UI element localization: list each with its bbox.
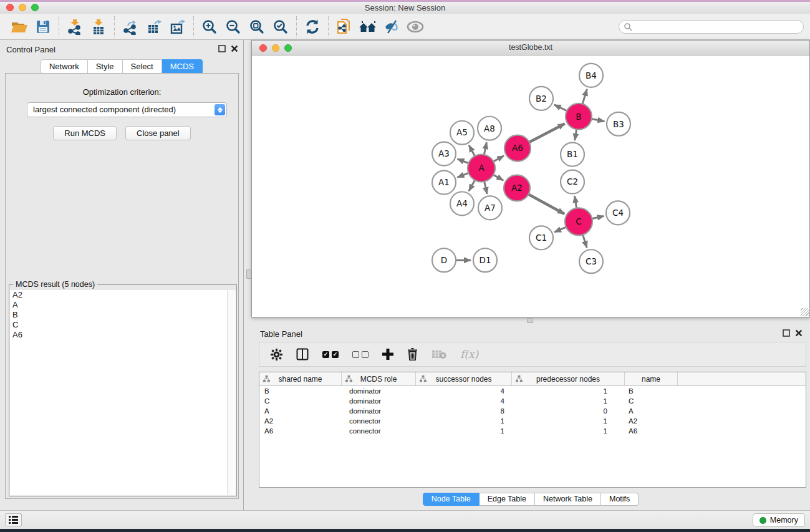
node-B[interactable]: B xyxy=(566,104,592,130)
table-cell[interactable]: dominator xyxy=(342,407,416,415)
table-cell[interactable]: 1 xyxy=(416,417,512,425)
close-panel-icon[interactable] xyxy=(795,329,803,337)
node-C3[interactable]: C3 xyxy=(579,249,603,273)
table-cell[interactable]: 4 xyxy=(416,387,512,395)
table-cell[interactable]: A xyxy=(625,407,678,415)
tab-node-table[interactable]: Node Table xyxy=(423,493,480,506)
table-cell[interactable]: A2 xyxy=(259,417,342,425)
hide-graphics-details-button[interactable] xyxy=(380,16,403,38)
node-B4[interactable]: B4 xyxy=(579,64,603,87)
table-row[interactable]: A6connector11A6 xyxy=(259,426,806,436)
column-header-successor-nodes[interactable]: successor nodes xyxy=(416,372,512,385)
open-session-button[interactable] xyxy=(7,16,31,38)
node-D1[interactable]: D1 xyxy=(473,248,497,272)
clone-network-button[interactable] xyxy=(332,16,356,38)
create-column-button[interactable] xyxy=(382,349,393,360)
vertical-scrollbar-thumb[interactable] xyxy=(246,269,251,279)
node-B3[interactable]: B3 xyxy=(607,112,630,136)
memory-button[interactable]: Memory xyxy=(753,513,805,527)
edge-C-C4[interactable] xyxy=(591,216,604,219)
node-B1[interactable]: B1 xyxy=(561,143,584,167)
column-header-shared-name[interactable]: shared name xyxy=(259,372,342,385)
node-A2[interactable]: A2 xyxy=(504,175,530,201)
table-cell[interactable]: A6 xyxy=(625,427,678,435)
column-header-predecessor-nodes[interactable]: predecessor nodes xyxy=(512,372,625,385)
export-table-button[interactable] xyxy=(142,16,166,38)
table-cell[interactable]: C xyxy=(259,397,342,405)
table-cell[interactable]: 1 xyxy=(512,427,625,435)
home-button[interactable] xyxy=(356,16,380,38)
table-cell[interactable]: 0 xyxy=(512,407,625,415)
node-C4[interactable]: C4 xyxy=(606,201,630,225)
tab-select[interactable]: Select xyxy=(123,59,162,74)
zoom-out-button[interactable] xyxy=(221,16,245,38)
table-cell[interactable]: 8 xyxy=(416,407,512,415)
node-A8[interactable]: A8 xyxy=(478,117,501,140)
birds-eye-button[interactable] xyxy=(403,16,427,38)
export-image-button[interactable] xyxy=(166,16,190,38)
table-cell[interactable]: 1 xyxy=(512,387,625,395)
result-list-item[interactable]: A2 xyxy=(10,290,227,300)
edge-C-C2[interactable] xyxy=(575,196,577,209)
node-C[interactable]: C xyxy=(565,208,592,235)
table-cell[interactable]: connector xyxy=(342,427,416,435)
column-header-MCDS-role[interactable]: MCDS role xyxy=(342,372,416,385)
result-list-item[interactable]: B xyxy=(10,310,227,320)
edge-A6-B[interactable] xyxy=(528,123,565,143)
close-panel-icon[interactable] xyxy=(231,45,238,52)
column-header-name[interactable]: name xyxy=(625,372,678,385)
edge-A-A1[interactable] xyxy=(457,173,470,178)
table-row[interactable]: Bdominator41B xyxy=(259,386,806,396)
table-cell[interactable]: B xyxy=(625,387,678,395)
table-cell[interactable]: A xyxy=(259,407,342,415)
edge-A-A8[interactable] xyxy=(484,142,486,156)
table-cell[interactable]: 1 xyxy=(416,427,512,435)
edge-C-C3[interactable] xyxy=(582,233,587,248)
edge-A-A6[interactable] xyxy=(493,156,504,162)
show-panels-button[interactable] xyxy=(5,513,22,526)
table-cell[interactable]: dominator xyxy=(342,387,416,395)
node-A6[interactable]: A6 xyxy=(504,135,531,162)
show-column-panel-button[interactable] xyxy=(296,348,309,360)
criterion-select[interactable]: largest connected component (directed) xyxy=(27,102,227,117)
import-table-button[interactable] xyxy=(87,16,110,38)
refresh-layout-button[interactable] xyxy=(301,16,324,38)
zoom-selected-button[interactable] xyxy=(269,16,292,38)
search-input[interactable] xyxy=(619,20,804,34)
edge-B-B2[interactable] xyxy=(554,105,568,112)
result-list-item[interactable]: C xyxy=(10,320,227,330)
import-network-button[interactable] xyxy=(63,16,87,38)
edge-B-B3[interactable] xyxy=(591,118,605,121)
table-cell[interactable]: 4 xyxy=(416,397,512,405)
node-B2[interactable]: B2 xyxy=(529,87,553,110)
tab-network-table[interactable]: Network Table xyxy=(535,493,601,506)
delete-column-button[interactable] xyxy=(407,348,418,360)
network-view[interactable]: B4B2BB3A5A8A6A3B1AA1C2A2A4A7C4CC1C3DD1 xyxy=(252,56,809,317)
node-A5[interactable]: A5 xyxy=(450,121,474,145)
result-list-item[interactable]: A xyxy=(10,300,227,310)
tab-edge-table[interactable]: Edge Table xyxy=(480,493,535,506)
tab-motifs[interactable]: Motifs xyxy=(601,493,639,506)
edge-A-A4[interactable] xyxy=(469,179,475,191)
edge-A-A3[interactable] xyxy=(457,159,470,164)
table-cell[interactable]: A6 xyxy=(259,427,342,435)
node-A3[interactable]: A3 xyxy=(432,142,456,166)
node-C2[interactable]: C2 xyxy=(561,170,584,194)
close-panel-button[interactable]: Close panel xyxy=(125,126,191,140)
result-scrollbar[interactable] xyxy=(227,290,236,495)
table-cell[interactable]: dominator xyxy=(342,397,416,405)
table-row[interactable]: Adominator80A xyxy=(259,406,806,416)
unselect-all-columns-button[interactable] xyxy=(352,351,369,358)
table-cell[interactable]: 1 xyxy=(512,397,625,405)
table-row[interactable]: A2connector11A2 xyxy=(259,416,806,426)
run-mcds-button[interactable]: Run MCDS xyxy=(53,126,117,140)
table-cell[interactable]: C xyxy=(625,397,678,405)
horizontal-scrollbar-thumb[interactable] xyxy=(527,318,533,323)
node-A1[interactable]: A1 xyxy=(432,171,456,195)
node-A7[interactable]: A7 xyxy=(478,196,502,220)
edge-B-B4[interactable] xyxy=(582,89,587,105)
save-session-button[interactable] xyxy=(31,16,55,38)
result-list-item[interactable]: A6 xyxy=(10,330,227,340)
table-cell[interactable]: A2 xyxy=(625,417,678,425)
table-settings-button[interactable] xyxy=(271,349,282,360)
